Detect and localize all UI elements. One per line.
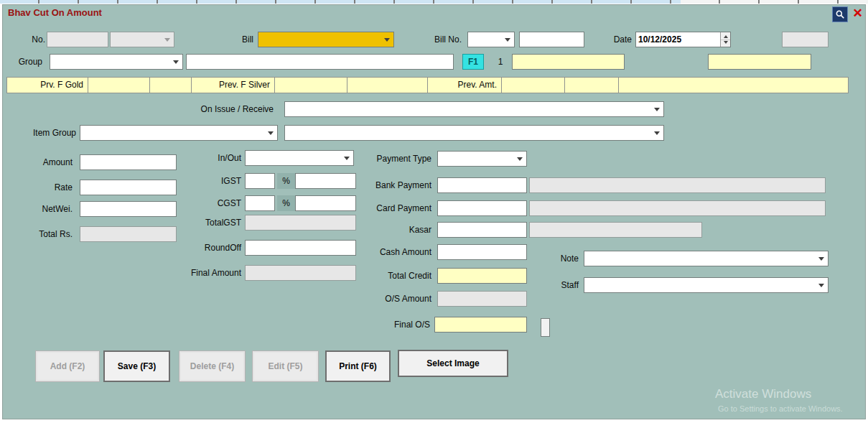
print-button[interactable]: Print (F6) (325, 350, 391, 382)
row2-right-yellow-box[interactable] (708, 54, 811, 70)
close-button[interactable]: ✕ (850, 6, 865, 22)
on-issue-receive-combo[interactable] (284, 101, 664, 117)
select-image-button[interactable]: Select Image (398, 350, 508, 377)
bank-payment-detail (529, 177, 826, 193)
bill-no-label: Bill No. (423, 32, 462, 47)
kasar-label: Kasar (367, 222, 431, 238)
amount-label: Amount (29, 154, 73, 170)
cgst-pct-input[interactable] (245, 195, 275, 211)
edit-button: Edit (F5) (252, 350, 319, 382)
row2-yellow-box[interactable] (512, 54, 625, 70)
close-icon: ✕ (852, 6, 862, 20)
payment-type-label: Payment Type (367, 151, 431, 167)
note-label: Note (543, 251, 579, 266)
on-issue-receive-label: On Issue / Receive (166, 101, 274, 117)
background-window-sliver-right (681, 0, 868, 4)
bhav-cut-form-window: Bhav Cut On Amount ✕ No. Bill Bill No. D… (2, 4, 866, 419)
save-button[interactable]: Save (F3) (103, 350, 170, 382)
rate-label: Rate (29, 180, 73, 195)
final-amount-label: Final Amount (182, 265, 241, 281)
cash-amount-label: Cash Amount (367, 244, 431, 260)
in-out-label: In/Out (198, 150, 241, 166)
prev-summary-bar: Prv. F Gold Prev. F Silver Prev. Amt. (6, 77, 849, 93)
bank-payment-input[interactable] (437, 177, 527, 193)
chevron-down-icon (651, 103, 663, 116)
cgst-amount-input[interactable] (295, 195, 356, 211)
chevron-down-icon (381, 33, 393, 46)
igst-percent-sign: % (277, 173, 295, 189)
bank-payment-label: Bank Payment (367, 177, 431, 193)
netwei-input[interactable] (80, 201, 177, 217)
igst-pct-input[interactable] (245, 173, 275, 189)
add-button: Add (F2) (35, 350, 100, 382)
date-label: Date (607, 32, 632, 47)
prev-amt-label: Prev. Amt. (427, 77, 502, 93)
final-os-input[interactable] (434, 317, 527, 333)
card-payment-input[interactable] (437, 200, 527, 216)
cash-amount-input[interactable] (437, 244, 527, 260)
amount-input[interactable] (80, 154, 177, 170)
final-os-side-button[interactable] (541, 318, 550, 337)
date-input[interactable] (636, 32, 719, 47)
prev-remark-value[interactable] (618, 77, 849, 93)
delete-button: Delete (F4) (179, 350, 246, 382)
card-payment-detail (529, 200, 826, 216)
cgst-percent-sign: % (277, 195, 295, 211)
item-group-combo[interactable] (80, 125, 278, 141)
no-combo (110, 32, 174, 47)
chevron-down-icon (341, 152, 353, 164)
date-spinner[interactable] (720, 32, 730, 47)
no-input (47, 32, 108, 47)
total-rs-label: Total Rs. (29, 226, 73, 242)
prv-f-gold-extra[interactable] (149, 77, 192, 93)
staff-combo[interactable] (584, 277, 829, 293)
kasar-input[interactable] (437, 222, 527, 238)
total-credit-input[interactable] (437, 268, 527, 284)
search-button[interactable] (832, 6, 848, 22)
no-label: No. (14, 32, 45, 47)
roundoff-input[interactable] (245, 240, 356, 256)
bill-label: Bill (230, 32, 253, 47)
item-name-combo[interactable] (284, 125, 664, 141)
prev-f-silver-extra[interactable] (347, 77, 428, 93)
spinner-down-icon[interactable] (721, 40, 730, 47)
prv-f-gold-value[interactable] (88, 77, 150, 93)
total-credit-label: Total Credit (367, 268, 431, 284)
prev-f-silver-value[interactable] (274, 77, 347, 93)
chevron-down-icon (502, 33, 513, 46)
rate-input[interactable] (80, 180, 177, 195)
bill-combo[interactable] (258, 32, 394, 47)
roundoff-label: RoundOff (191, 240, 241, 256)
date-field[interactable] (635, 32, 731, 47)
bill-no-input[interactable] (519, 32, 584, 47)
f1-button[interactable]: F1 (462, 54, 484, 70)
activate-windows-watermark-line2: Go to Settings to activate Windows. (718, 404, 843, 413)
group-combo[interactable] (50, 54, 183, 70)
card-payment-label: Card Payment (367, 200, 431, 216)
payment-type-combo[interactable] (437, 151, 527, 167)
chevron-down-icon (514, 152, 526, 165)
final-os-label: Final O/S (365, 317, 430, 333)
chevron-down-icon (170, 55, 182, 68)
cgst-label: CGST (205, 195, 241, 211)
activate-windows-watermark: Activate Windows (715, 387, 811, 401)
group-label: Group (11, 54, 42, 70)
in-out-combo[interactable] (245, 150, 354, 166)
prev-amt-extra[interactable] (564, 77, 619, 93)
final-amount-input (245, 265, 356, 281)
chevron-down-icon (265, 126, 276, 139)
prev-amt-value[interactable] (501, 77, 565, 93)
bill-no-combo[interactable] (467, 32, 515, 47)
spinner-up-icon[interactable] (721, 32, 730, 40)
totalgst-label: TotalGST (191, 215, 241, 231)
counter-value: 1 (494, 54, 507, 70)
row1-right-box (782, 32, 829, 47)
prv-f-gold-label: Prv. F Gold (6, 77, 88, 93)
background-window-sliver (0, 0, 681, 4)
chevron-down-icon (651, 126, 663, 139)
group-name-input[interactable] (186, 54, 454, 70)
note-combo[interactable] (584, 251, 829, 266)
chevron-down-icon (816, 279, 827, 292)
igst-amount-input[interactable] (295, 173, 356, 189)
chevron-down-icon (162, 33, 173, 46)
